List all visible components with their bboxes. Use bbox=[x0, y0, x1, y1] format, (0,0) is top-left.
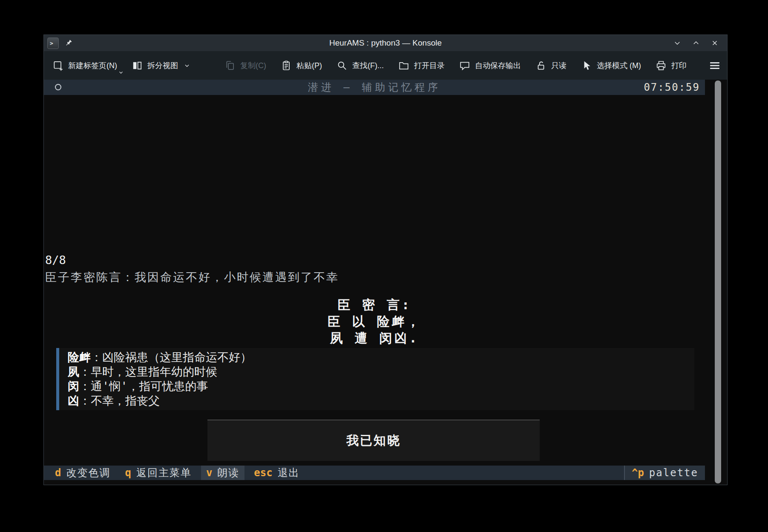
poem-line: 夙 遭 闵凶. bbox=[44, 330, 705, 346]
footer-palette-shortcut[interactable]: ^p palette bbox=[624, 466, 705, 480]
open-directory-label: 打开目录 bbox=[414, 60, 445, 71]
copy-label: 复制(C) bbox=[240, 60, 266, 71]
shortcut-label: 朗读 bbox=[217, 466, 239, 480]
shortcut-key: esc bbox=[254, 467, 272, 479]
print-label: 打印 bbox=[671, 60, 687, 71]
window-title: HeurAMS : python3 — Konsole bbox=[44, 38, 727, 48]
annotation-line: 凶：不幸，指丧父 bbox=[68, 394, 694, 408]
poem-text: 臣 密 言: 臣 以 险衅， 夙 遭 闵凶. bbox=[44, 296, 705, 346]
copy-icon bbox=[224, 60, 236, 71]
annotation-line: 夙：早时，这里指年幼的时候 bbox=[68, 365, 694, 379]
poem-line: 臣 以 险衅， bbox=[44, 313, 705, 330]
konsole-window: > HeurAMS : python3 — Konsole bbox=[43, 35, 728, 485]
paste-label: 粘贴(P) bbox=[296, 60, 322, 71]
read-only-label: 只读 bbox=[551, 60, 567, 71]
annotation-term: 凶 bbox=[68, 394, 79, 407]
footer-shortcut-read-aloud[interactable]: v 朗读 bbox=[201, 466, 244, 480]
annotation-line: 闵：通'悯'，指可忧患的事 bbox=[68, 379, 694, 394]
annotation-text: ：早时，这里指年幼的时候 bbox=[79, 365, 217, 378]
paste-button[interactable]: 粘贴(P) bbox=[281, 60, 322, 71]
tui-footer-bar: d 改变色调 q 返回主菜单 v 朗读 esc 退出 ^p palette bbox=[44, 466, 705, 480]
minimize-button[interactable] bbox=[673, 39, 681, 47]
scrollbar-thumb[interactable] bbox=[715, 81, 721, 483]
annotation-term: 险衅 bbox=[68, 351, 91, 364]
find-button[interactable]: 查找(F)... bbox=[337, 60, 384, 71]
tui-header-bar: 潜进 – 辅助记忆程序 07:50:59 bbox=[44, 80, 705, 95]
tui-app-title: 潜进 – 辅助记忆程序 bbox=[44, 80, 705, 95]
split-view-button[interactable]: 拆分视图 bbox=[132, 60, 190, 71]
find-label: 查找(F)... bbox=[352, 60, 384, 71]
open-directory-button[interactable]: 打开目录 bbox=[398, 60, 445, 71]
shortcut-key: ^p bbox=[632, 467, 644, 479]
close-button[interactable] bbox=[711, 39, 719, 47]
shortcut-label: 退出 bbox=[278, 466, 300, 480]
acknowledge-button[interactable]: 我已知晓 bbox=[207, 420, 540, 461]
split-view-icon bbox=[132, 60, 143, 71]
copy-button: 复制(C) bbox=[224, 60, 266, 71]
footer-shortcut-main-menu[interactable]: q 返回主菜单 bbox=[120, 466, 196, 480]
annotation-text: ：通'悯'，指可忧患的事 bbox=[79, 380, 208, 393]
annotation-term: 闵 bbox=[68, 380, 79, 393]
title-bar: > HeurAMS : python3 — Konsole bbox=[44, 35, 727, 51]
shortcut-key: q bbox=[125, 467, 131, 479]
annotation-text: ：不幸，指丧父 bbox=[79, 394, 160, 407]
new-tab-dropdown-icon[interactable] bbox=[118, 70, 124, 75]
annotation-term: 夙 bbox=[68, 365, 79, 378]
shortcut-label: 改变色调 bbox=[66, 466, 110, 480]
split-view-dropdown-icon bbox=[184, 63, 190, 69]
cursor-icon bbox=[581, 60, 592, 71]
terminal-viewport: 潜进 – 辅助记忆程序 07:50:59 8/8 臣子李密陈言：我因命运不好，小… bbox=[44, 80, 727, 485]
hamburger-menu-icon[interactable] bbox=[709, 60, 720, 71]
progress-counter: 8/8 bbox=[45, 253, 66, 267]
paste-icon bbox=[281, 60, 292, 71]
hint-translation-line: 臣子李密陈言：我因命运不好，小时候遭遇到了不幸 bbox=[45, 270, 339, 285]
output-bubble-icon bbox=[459, 60, 470, 71]
tui-clock: 07:50:59 bbox=[644, 80, 700, 95]
split-view-label: 拆分视图 bbox=[147, 60, 178, 71]
read-only-button[interactable]: 只读 bbox=[535, 60, 567, 71]
folder-icon bbox=[398, 60, 409, 71]
print-button[interactable]: 打印 bbox=[656, 60, 687, 71]
maximize-button[interactable] bbox=[692, 39, 700, 47]
new-tab-label: 新建标签页(N) bbox=[68, 60, 117, 71]
annotation-line: 险衅：凶险祸患（这里指命运不好） bbox=[68, 350, 694, 365]
footer-shortcut-change-theme[interactable]: d 改变色调 bbox=[50, 466, 115, 480]
new-tab-icon bbox=[52, 60, 63, 71]
shortcut-key: d bbox=[55, 467, 61, 479]
shortcut-label: 返回主菜单 bbox=[136, 466, 192, 480]
auto-save-output-button[interactable]: 自动保存输出 bbox=[459, 60, 521, 71]
annotation-text: ：凶险祸患（这里指命运不好） bbox=[91, 351, 252, 364]
search-icon bbox=[337, 60, 348, 71]
footer-shortcut-quit[interactable]: esc 退出 bbox=[249, 466, 305, 480]
select-mode-button[interactable]: 选择模式 (M) bbox=[581, 60, 641, 71]
annotation-panel: 险衅：凶险祸患（这里指命运不好） 夙：早时，这里指年幼的时候 闵：通'悯'，指可… bbox=[56, 348, 694, 410]
unlock-icon bbox=[535, 60, 547, 71]
auto-save-output-label: 自动保存输出 bbox=[475, 60, 521, 71]
toolbar: 新建标签页(N) 拆分视图 复制(C) 粘贴(P) bbox=[44, 51, 727, 80]
new-tab-button[interactable]: 新建标签页(N) bbox=[52, 60, 117, 71]
select-mode-label: 选择模式 (M) bbox=[597, 60, 641, 71]
shortcut-key: v bbox=[206, 467, 212, 479]
shortcut-label: palette bbox=[649, 467, 698, 479]
poem-line: 臣 密 言: bbox=[44, 296, 705, 313]
printer-icon bbox=[656, 60, 667, 71]
